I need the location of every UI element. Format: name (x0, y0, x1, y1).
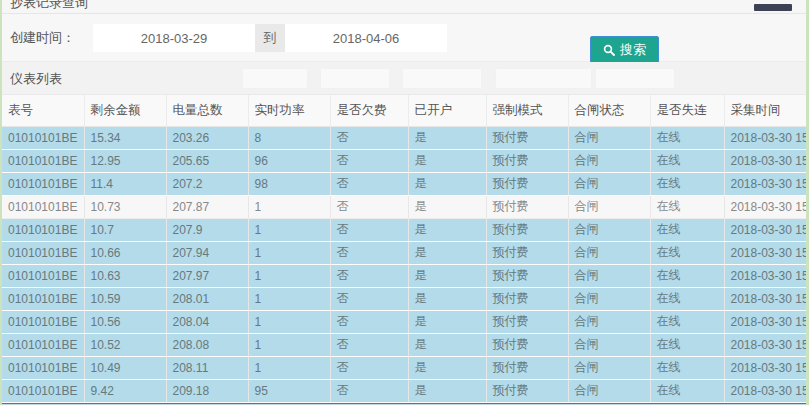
cell-account-opened: 是 (408, 310, 486, 333)
column-header-meter-no: 表号 (2, 95, 84, 126)
cell-force-mode: 预付费 (486, 310, 568, 333)
cell-offline-state: 在线 (650, 264, 724, 287)
cell-account-opened: 是 (408, 218, 486, 241)
cell-switch-state: 合闸 (568, 172, 650, 195)
cell-offline-state: 在线 (650, 241, 724, 264)
collapse-button[interactable] (754, 3, 794, 12)
toolbar-ghost-button (242, 68, 308, 89)
cell-switch-state: 合闸 (568, 356, 650, 379)
table-row[interactable]: 01010101BE10.63207.971否是预付费合闸在线2018-03-3… (2, 264, 806, 287)
cell-total-energy: 207.87 (166, 195, 248, 218)
cell-total-energy: 207.2 (166, 172, 248, 195)
search-icon (603, 44, 615, 56)
cell-account-opened: 是 (408, 195, 486, 218)
cell-force-mode: 预付费 (486, 333, 568, 356)
table-row[interactable]: 01010101BE11.4207.298否是预付费合闸在线2018-03-30… (2, 172, 806, 195)
cell-collect-time: 2018-03-30 15:1 (724, 241, 806, 264)
cell-realtime-power: 1 (248, 333, 330, 356)
date-range-group: 到 (93, 24, 447, 52)
cell-realtime-power: 1 (248, 356, 330, 379)
table-row[interactable]: 01010101BE15.34203.268否是预付费合闸在线2018-03-3… (2, 126, 806, 149)
table-row[interactable]: 01010101BE12.95205.6596否是预付费合闸在线2018-03-… (2, 149, 806, 172)
cell-account-opened: 是 (408, 172, 486, 195)
cell-total-energy: 208.08 (166, 333, 248, 356)
start-date-input[interactable] (93, 24, 255, 52)
cell-force-mode: 预付费 (486, 218, 568, 241)
cell-offline-state: 在线 (650, 333, 724, 356)
cell-offline-state: 在线 (650, 195, 724, 218)
cell-offline-state: 在线 (650, 149, 724, 172)
cell-remaining-amount: 15.34 (84, 126, 166, 149)
table-row[interactable]: 01010101BE10.56208.041否是预付费合闸在线2018-03-3… (2, 310, 806, 333)
search-button[interactable]: 搜索 (590, 36, 659, 63)
cell-in-arrears: 否 (330, 149, 408, 172)
cell-switch-state: 合闸 (568, 126, 650, 149)
toolbar-ghost-button (402, 68, 482, 89)
create-time-label: 创建时间： (10, 14, 75, 62)
cell-realtime-power: 8 (248, 126, 330, 149)
cell-force-mode: 预付费 (486, 195, 568, 218)
meter-table: 表号剩余金额电量总数实时功率是否欠费已开户强制模式合闸状态是否失连采集时间 01… (2, 95, 806, 403)
cell-account-opened: 是 (408, 379, 486, 402)
cell-remaining-amount: 10.63 (84, 264, 166, 287)
column-header-remaining-amount: 剩余金额 (84, 95, 166, 126)
table-body: 01010101BE15.34203.268否是预付费合闸在线2018-03-3… (2, 126, 806, 402)
table-row[interactable]: 01010101BE10.66207.941否是预付费合闸在线2018-03-3… (2, 241, 806, 264)
cell-offline-state: 在线 (650, 218, 724, 241)
cell-realtime-power: 1 (248, 287, 330, 310)
cell-realtime-power: 98 (248, 172, 330, 195)
cell-in-arrears: 否 (330, 126, 408, 149)
cell-total-energy: 207.97 (166, 264, 248, 287)
cell-realtime-power: 96 (248, 149, 330, 172)
cell-switch-state: 合闸 (568, 310, 650, 333)
cell-total-energy: 209.18 (166, 379, 248, 402)
toolbar-ghost-button (595, 68, 675, 89)
meter-query-panel: 抄表记录查询 创建时间： 到 搜索 仪表列表 表号剩余金额电量总数实时功率是否欠… (0, 0, 809, 405)
cell-meter-no: 01010101BE (2, 379, 84, 402)
cell-switch-state: 合闸 (568, 333, 650, 356)
cell-in-arrears: 否 (330, 218, 408, 241)
end-date-input[interactable] (285, 24, 447, 52)
cell-offline-state: 在线 (650, 287, 724, 310)
table-row[interactable]: 01010101BE10.59208.011否是预付费合闸在线2018-03-3… (2, 287, 806, 310)
column-header-offline-state: 是否失连 (650, 95, 724, 126)
table-row[interactable]: 01010101BE10.73207.871否是预付费合闸在线2018-03-3… (2, 195, 806, 218)
cell-collect-time: 2018-03-30 15:1 (724, 379, 806, 402)
cell-account-opened: 是 (408, 356, 486, 379)
filter-bar: 创建时间： 到 搜索 (2, 14, 806, 62)
cell-realtime-power: 1 (248, 241, 330, 264)
cell-realtime-power: 1 (248, 195, 330, 218)
table-row[interactable]: 01010101BE10.49208.111否是预付费合闸在线2018-03-3… (2, 356, 806, 379)
to-label: 到 (255, 24, 285, 52)
table-header: 表号剩余金额电量总数实时功率是否欠费已开户强制模式合闸状态是否失连采集时间 (2, 95, 806, 126)
cell-account-opened: 是 (408, 333, 486, 356)
cell-remaining-amount: 10.59 (84, 287, 166, 310)
cell-in-arrears: 否 (330, 241, 408, 264)
column-header-in-arrears: 是否欠费 (330, 95, 408, 126)
cell-total-energy: 203.26 (166, 126, 248, 149)
cell-switch-state: 合闸 (568, 218, 650, 241)
cell-force-mode: 预付费 (486, 356, 568, 379)
cell-switch-state: 合闸 (568, 241, 650, 264)
cell-offline-state: 在线 (650, 126, 724, 149)
cell-realtime-power: 1 (248, 264, 330, 287)
column-header-total-energy: 电量总数 (166, 95, 248, 126)
search-button-label: 搜索 (620, 41, 646, 59)
cell-offline-state: 在线 (650, 379, 724, 402)
cell-in-arrears: 否 (330, 264, 408, 287)
cell-collect-time: 2018-03-30 15:1 (724, 310, 806, 333)
cell-collect-time: 2018-03-30 15:1 (724, 356, 806, 379)
cell-force-mode: 预付费 (486, 379, 568, 402)
cell-account-opened: 是 (408, 241, 486, 264)
cell-switch-state: 合闸 (568, 264, 650, 287)
cell-meter-no: 01010101BE (2, 333, 84, 356)
cell-meter-no: 01010101BE (2, 356, 84, 379)
table-row[interactable]: 01010101BE10.52208.081否是预付费合闸在线2018-03-3… (2, 333, 806, 356)
cell-realtime-power: 1 (248, 218, 330, 241)
cell-collect-time: 2018-03-30 15:1 (724, 149, 806, 172)
table-row[interactable]: 01010101BE9.42209.1895否是预付费合闸在线2018-03-3… (2, 379, 806, 402)
table-row[interactable]: 01010101BE10.7207.91否是预付费合闸在线2018-03-30 … (2, 218, 806, 241)
cell-total-energy: 208.04 (166, 310, 248, 333)
column-header-account-opened: 已开户 (408, 95, 486, 126)
cell-remaining-amount: 10.66 (84, 241, 166, 264)
